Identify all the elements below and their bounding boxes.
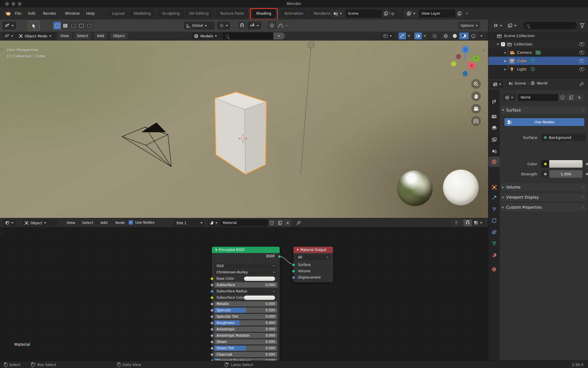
viewport-menu-object[interactable]: Object [110,32,128,39]
param-roughness[interactable]: Roughness0.400 [214,320,277,325]
shader-menu-view[interactable]: View [64,219,78,226]
panel-grip[interactable]: ⠿ [582,186,584,189]
use-nodes-button[interactable]: Use Nodes [504,118,584,126]
pan-view-button[interactable] [471,91,481,101]
object-visibility-dropdown[interactable] [381,32,394,39]
subsurface-color-swatch[interactable] [244,296,275,300]
surface-panel-header[interactable]: ▼ Surface ⠿ [501,106,587,114]
toolbar-expand-chevron[interactable]: › [1,47,2,52]
viewport-display-panel-header[interactable]: ▶ Viewport Display ⠿ [501,193,587,201]
socket-sheen-tint[interactable] [210,347,214,350]
param-specular-tint[interactable]: Specular Tint0.000 [214,314,277,319]
param-clearcoat[interactable]: Clearcoat0.000 [214,352,277,357]
world-color-field[interactable] [541,160,583,168]
tab-object[interactable] [488,182,500,192]
panel-grip[interactable]: ⠿ [582,109,584,112]
orthographic-toggle-button[interactable] [471,116,481,126]
breadcrumb-world[interactable]: World [537,81,547,85]
filter-funnel-icon[interactable] [580,23,585,28]
param-sheen[interactable]: Sheen0.000 [214,339,277,344]
outliner-search-input[interactable] [523,22,577,29]
material-copy-button[interactable] [276,219,284,226]
properties-editor-type-dropdown[interactable] [491,81,504,88]
socket-metallic[interactable] [210,302,214,306]
shading-dropdown[interactable] [478,32,485,39]
world-browse-dropdown[interactable] [503,94,516,101]
view-layer-selector-dropdown[interactable] [404,9,419,18]
hide-eye-icon[interactable] [579,43,584,46]
shading-solid-button[interactable] [450,32,459,39]
socket-specular-tint[interactable] [210,315,214,318]
param-base-color[interactable]: Base Color [214,276,277,281]
tab-texture[interactable] [488,264,500,275]
volume-panel-header[interactable]: ▶ Volume ⠿ [501,183,587,191]
node-snap-toggle-button[interactable] [463,219,472,226]
node-snap-target-dropdown[interactable] [474,219,482,226]
tab-tool[interactable] [488,96,500,107]
tab-object-data[interactable] [488,238,500,249]
select-mode-extend[interactable] [61,22,69,29]
asset-search-input[interactable] [223,32,276,39]
zoom-window-button[interactable] [18,2,22,6]
tab-particles[interactable] [488,204,500,214]
menu-window[interactable]: Window [63,7,82,20]
input-displacement[interactable]: Displacement [296,275,359,280]
node-output-bsdf[interactable]: BSDF [214,254,277,259]
panel-grip[interactable]: ⠿ [582,206,584,209]
surface-shader-field[interactable]: Background [541,134,585,141]
tab-modeling[interactable]: Modeling [130,9,155,18]
gizmo-dropdown[interactable] [406,32,412,39]
sidebar-expand-chevron[interactable]: ‹ [483,48,485,53]
navigation-gizmo[interactable]: Z Y X [448,46,482,79]
socket-clearcoat[interactable] [210,353,214,356]
tab-scene[interactable] [488,146,500,156]
tab-shading[interactable]: Shading [252,9,275,18]
menu-file[interactable]: File [13,7,24,20]
outliner-filter-dropdown[interactable] [506,22,519,30]
shader-node-canvas[interactable]: › ▼ Principled BSDF BSDF GGX Christensen… [0,227,488,361]
tab-texture-paint[interactable]: Texture Paint [216,9,248,18]
world-name-field[interactable]: World [518,94,562,101]
editor-type-dropdown[interactable] [3,219,16,226]
view-layer-copy-button[interactable] [455,9,463,18]
viewport-menu-view[interactable]: View [57,32,72,39]
scene-name-field[interactable]: Scene [346,9,386,18]
snap-target-dropdown[interactable] [247,22,261,30]
breadcrumb-scene[interactable]: Scene [514,81,526,85]
socket-anisotropic-rotation[interactable] [210,334,214,337]
pivot-point-dropdown[interactable] [217,22,230,30]
param-clearcoat-roughness[interactable]: Clearcoat Roughness0.030 [214,358,277,361]
socket-anisotropic[interactable] [210,328,214,331]
expand-icon[interactable]: ▶ [503,60,507,62]
light-data-badge[interactable] [530,67,535,72]
color-swatch[interactable] [549,160,583,168]
material-name-field[interactable]: Material [220,219,272,226]
socket-subsurface[interactable] [210,283,214,287]
outliner-row-collection[interactable]: ▼ ✓ Collection [488,40,588,48]
param-metallic[interactable]: Metallic0.000 [214,301,277,306]
param-anisotropic[interactable]: Anisotropic0.000 [214,327,277,332]
tab-physics[interactable] [488,215,500,226]
param-specular[interactable]: Specular0.500 [214,308,277,313]
transform-orientation-dropdown[interactable]: Global [184,22,215,30]
mesh-data-badge[interactable] [530,59,535,63]
shading-material-preview-button[interactable] [459,32,469,39]
view-layer-name-field[interactable]: View Layer [419,9,459,18]
overlays-toggle-button[interactable] [414,32,422,39]
menu-render[interactable]: Render [41,7,59,20]
viewport-menu-select[interactable]: Select [74,32,91,39]
pin-icon[interactable] [296,221,301,225]
socket-roughness[interactable] [210,321,214,325]
param-subsurface-color[interactable]: Subsurface Color [214,295,277,300]
xray-toggle-button[interactable] [430,32,438,39]
active-tool-dropdown[interactable] [2,22,16,30]
tab-output[interactable] [488,123,500,133]
expand-icon[interactable]: ▶ [503,51,507,54]
node-header[interactable]: ▼ Principled BSDF [212,247,280,253]
node-header[interactable]: ▼ Material Output [293,247,333,253]
shader-menu-node[interactable]: Node [113,219,128,226]
select-box-tool-button[interactable] [28,21,40,31]
gizmo-toggle-button[interactable] [399,32,406,39]
socket-sheen[interactable] [210,340,214,344]
socket-base-color[interactable] [210,277,214,280]
